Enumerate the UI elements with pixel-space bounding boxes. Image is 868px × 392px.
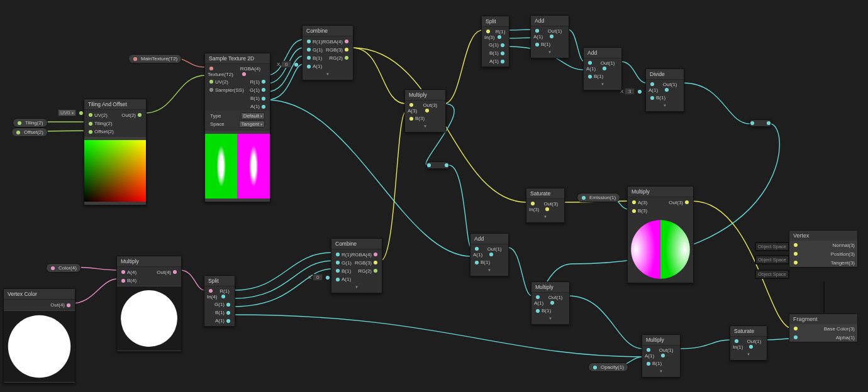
node-title: Add <box>584 48 621 58</box>
expand-icon[interactable] <box>470 266 508 275</box>
expand-icon[interactable] <box>642 368 680 376</box>
type-dropdown[interactable]: Default▾ <box>241 112 265 119</box>
node-title: Split <box>204 276 235 286</box>
fragment-alpha: Alpha(1) <box>836 335 855 340</box>
master-title: Fragment <box>789 314 857 324</box>
node-title: Combine <box>331 239 382 249</box>
node-multiply-e[interactable]: Multiply A(1)Out(1) B(1) <box>642 334 681 378</box>
node-add-2[interactable]: Add A(1)Out(1) B(1) <box>583 47 622 90</box>
node-combine-1[interactable]: Combine R(1)RGBA(4) G(1)RGB(3) B(1)RG(2)… <box>302 25 353 80</box>
node-reroute[interactable] <box>426 161 449 169</box>
master-fragment[interactable]: Fragment Base Color(3) Alpha(1) <box>789 313 858 342</box>
expand-icon[interactable] <box>526 213 564 221</box>
node-add-3[interactable]: Add A(1)Out(1) B(1) <box>470 233 509 276</box>
svg-point-12 <box>121 290 177 347</box>
expand-icon[interactable] <box>531 315 569 323</box>
prop-opacity[interactable]: Opacity(1) <box>588 362 628 372</box>
uv-channel-dropdown[interactable]: UV0▾ <box>58 109 85 116</box>
combine2-a-default[interactable]: X 0 <box>308 274 331 281</box>
prop-main-texture[interactable]: MainTexture(T2) <box>128 54 182 63</box>
node-title: Multiply <box>405 90 445 101</box>
node-title: Add <box>470 234 508 244</box>
fragment-basecolor: Base Color(3) <box>824 326 855 332</box>
svg-rect-8 <box>660 217 693 282</box>
space-dropdown[interactable]: Tangent▾ <box>239 121 265 128</box>
preview-gradient <box>84 137 146 205</box>
master-stack-link <box>823 281 825 313</box>
vertex-normal: Normal(3) <box>832 242 855 248</box>
node-saturate-2[interactable]: Saturate In(1)Out(1) <box>730 325 767 361</box>
expand-icon[interactable] <box>405 122 445 131</box>
node-divide[interactable]: Divide A(1)Out(1) B(1) <box>645 68 684 112</box>
node-multiply-b[interactable]: Multiply A(3)Out(3) B(3) <box>404 89 446 133</box>
node-saturate-1[interactable]: Saturate In(3)Out(3) <box>526 188 565 223</box>
expand-icon[interactable] <box>531 48 569 57</box>
prop-emission[interactable]: Emission(1) <box>577 193 620 202</box>
node-split-2[interactable]: Split In(4)R(1) G(1) B(1) A(1) <box>204 275 235 327</box>
node-title: Divide <box>646 69 684 80</box>
node-title: Multiply <box>531 282 569 293</box>
prop-offset[interactable]: Offset(2) <box>11 128 48 137</box>
preview-white-sphere <box>4 310 75 383</box>
svg-point-10 <box>8 315 70 378</box>
node-title: Add <box>531 16 569 26</box>
node-title: Split <box>482 16 509 27</box>
vertex-position-dd[interactable]: Object Space <box>755 255 789 264</box>
node-title: Multiply <box>117 256 181 267</box>
node-title: Sample Texture 2D <box>205 53 270 64</box>
vertex-normal-dd[interactable]: Object Space <box>755 242 789 251</box>
master-vertex[interactable]: Vertex Normal(3) Position(3) Tangent(3) <box>789 230 858 268</box>
preview-texture <box>205 131 270 202</box>
node-title: Tiling And Offset <box>84 99 146 110</box>
expand-icon[interactable] <box>584 80 621 89</box>
vertex-position: Position(3) <box>831 251 855 257</box>
prop-color[interactable]: Color(4) <box>46 263 81 273</box>
node-title: Saturate <box>526 188 564 199</box>
divide-b-default[interactable]: X 3 <box>620 88 643 95</box>
node-combine-2[interactable]: Combine R(1)RGBA(4) G(1)RGB(3) B(1)RG(2)… <box>331 238 382 293</box>
node-add-1[interactable]: Add A(1)Out(1) B(1) <box>530 15 569 58</box>
prop-tiling[interactable]: Tiling(2) <box>13 118 48 128</box>
node-title: Multiply <box>642 335 680 346</box>
node-vertex-color[interactable]: Vertex Color Out(4) <box>3 288 75 383</box>
node-title: Combine <box>303 26 353 36</box>
expand-icon[interactable] <box>303 70 353 79</box>
vertex-tangent: Tangent(3) <box>831 260 855 266</box>
svg-rect-5 <box>249 146 258 187</box>
expand-icon[interactable] <box>646 102 684 110</box>
node-multiply-a[interactable]: Multiply A(4)Out(4) B(4) <box>116 256 182 352</box>
master-title: Vertex <box>789 231 857 241</box>
node-reroute-2[interactable] <box>750 119 771 127</box>
preview-emission-sphere <box>628 216 693 283</box>
vertex-tangent-dd[interactable]: Object Space <box>755 270 789 279</box>
expand-icon[interactable] <box>331 283 382 291</box>
node-multiply-d[interactable]: Multiply A(1)Out(1) B(1) <box>531 281 570 325</box>
node-multiply-c[interactable]: Multiply A(3)Out(3) B(3) <box>627 186 694 283</box>
node-sample-texture-2d[interactable]: Sample Texture 2D Texture(T2) RGBA(4) UV… <box>204 53 270 202</box>
combine1-a-default[interactable]: X 0 <box>277 61 300 68</box>
node-split-1[interactable]: Split In(3)R(1) G(1) B(1) A(1) <box>481 16 509 67</box>
svg-rect-7 <box>628 217 660 282</box>
node-title: Vertex Color <box>4 289 75 300</box>
preview-white-sphere-2 <box>117 286 181 351</box>
svg-rect-1 <box>84 140 146 202</box>
node-tiling-and-offset[interactable]: Tiling And Offset UV(2) Out(2) Tiling(2)… <box>84 99 147 205</box>
node-title: Saturate <box>730 326 767 337</box>
expand-icon[interactable] <box>730 351 767 359</box>
node-title: Multiply <box>628 187 693 197</box>
svg-rect-4 <box>217 146 226 187</box>
